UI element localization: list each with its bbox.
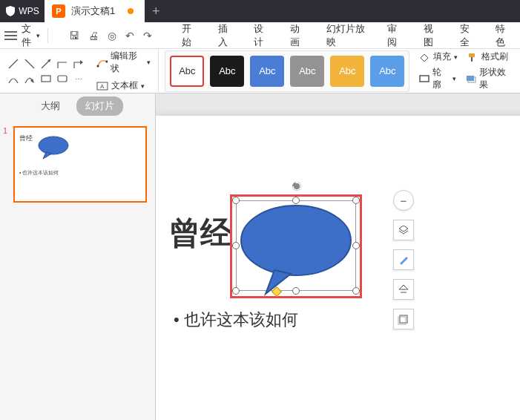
wps-label: WPS	[19, 6, 39, 16]
rotate-handle-icon[interactable]	[292, 181, 302, 191]
curve-shape-icon[interactable]	[7, 73, 19, 85]
textbox-tool[interactable]: A 文本框 ▾	[96, 79, 151, 92]
svg-line-1	[25, 59, 34, 68]
crop-button[interactable]	[393, 279, 414, 300]
style-swatch-blue[interactable]: Abc	[250, 56, 284, 87]
line2-shape-icon[interactable]	[24, 58, 36, 70]
resize-handle-tl[interactable]	[232, 197, 240, 204]
effect-icon	[465, 73, 476, 84]
menu-left: 文件 ▾ 🖫 🖨 ◎ ↶ ↷	[0, 22, 152, 49]
document-tab[interactable]: P 演示文稿1	[45, 0, 145, 22]
frame-icon	[398, 313, 409, 325]
thumb-callout-icon	[37, 135, 70, 160]
style-swatch-black[interactable]: Abc	[210, 56, 244, 87]
file-menu[interactable]: 文件 ▾	[22, 22, 40, 49]
resize-handle-mr[interactable]	[352, 242, 360, 249]
thumb-bullet: • 也许这本该如何	[19, 169, 59, 177]
curve-arrow-shape-icon[interactable]	[24, 73, 36, 85]
edit-shape-icon	[96, 57, 108, 68]
shape-gallery: ⋯	[4, 55, 88, 88]
callout-shape-icon[interactable]	[239, 203, 353, 296]
float-tools: −	[393, 190, 414, 329]
style-swatch-orange[interactable]: Abc	[330, 56, 364, 87]
divider	[47, 28, 48, 43]
resize-handle-ml[interactable]	[232, 242, 240, 249]
unsaved-indicator-icon	[128, 8, 134, 14]
resize-handle-tm[interactable]	[292, 197, 300, 204]
resize-handle-br[interactable]	[352, 287, 360, 295]
roundrect-shape-icon[interactable]	[56, 73, 68, 85]
sidepane: 大纲 幻灯片 1 曾经 • 也许这本该如何	[0, 93, 156, 420]
collapse-button[interactable]: −	[393, 190, 414, 211]
tab-slides[interactable]: 幻灯片	[76, 96, 123, 116]
pen-icon	[398, 254, 409, 266]
menu-start[interactable]: 开始	[174, 16, 206, 55]
outline-tool[interactable]: 轮廓▾	[418, 66, 455, 91]
menu-design[interactable]: 设计	[246, 16, 278, 55]
style-swatch-outline[interactable]: Abc	[170, 56, 204, 87]
tab-outline[interactable]: 大纲	[32, 96, 69, 116]
style-gallery: Abc Abc Abc Abc Abc Abc	[165, 50, 409, 92]
chevron-down-icon: ▾	[141, 82, 145, 90]
shape-effect-tool[interactable]: 形状效果	[465, 66, 513, 91]
slide-thumbnail[interactable]: 曾经 • 也许这本该如何	[13, 126, 147, 203]
save-icon[interactable]: 🖫	[69, 30, 79, 42]
menu-review[interactable]: 审阅	[380, 16, 412, 55]
thumb-wrap: 1 曾经 • 也许这本该如何	[0, 119, 155, 210]
svg-text:⋯: ⋯	[75, 75, 82, 83]
wps-logo[interactable]: WPS	[0, 0, 45, 22]
svg-point-19	[241, 206, 351, 275]
resize-handle-bm[interactable]	[292, 287, 300, 295]
svg-rect-14	[471, 57, 473, 62]
chevron-down-icon: ▾	[36, 32, 40, 39]
slide-bullet[interactable]: • 也许这本该如何	[174, 309, 298, 331]
preview-icon[interactable]: ◎	[108, 30, 116, 42]
hamburger-icon[interactable]	[4, 31, 17, 40]
menu-animation[interactable]: 动画	[283, 16, 315, 55]
slide-title[interactable]: 曾经	[169, 212, 231, 254]
arrow-shape-icon[interactable]	[40, 58, 52, 70]
menu-feature[interactable]: 特色	[488, 16, 520, 55]
canvas-area[interactable]: 曾经 • 也许这本该如何 −	[156, 93, 520, 420]
menu-insert[interactable]: 插入	[211, 16, 243, 55]
rect-shape-icon[interactable]	[40, 73, 52, 85]
frame-button[interactable]	[393, 309, 414, 329]
menu-slideshow[interactable]: 幻灯片放映	[319, 16, 376, 55]
elbow-shape-icon[interactable]	[56, 58, 68, 70]
quick-access: 🖫 🖨 ◎ ↶ ↷	[69, 30, 152, 42]
svg-rect-15	[420, 76, 429, 82]
layers-button[interactable]	[393, 220, 414, 240]
pen-button[interactable]	[393, 249, 414, 270]
svg-text:A: A	[100, 83, 105, 90]
swatch-label: Abc	[379, 65, 395, 76]
textbox-icon: A	[96, 81, 108, 91]
menubar: 文件 ▾ 🖫 🖨 ◎ ↶ ↷ 开始 插入 设计 动画 幻灯片放映 审阅 视图 安…	[0, 22, 520, 49]
elbow-arrow-shape-icon[interactable]	[73, 58, 85, 70]
add-tab-button[interactable]: +	[145, 0, 167, 22]
minus-icon: −	[401, 194, 407, 207]
swatch-label: Abc	[259, 65, 275, 76]
resize-handle-bl[interactable]	[232, 287, 240, 295]
svg-point-18	[39, 137, 68, 154]
resize-handle-tr[interactable]	[352, 197, 360, 204]
shape-effect-label: 形状效果	[479, 66, 513, 91]
style-swatch-gray[interactable]: Abc	[290, 56, 324, 87]
line-shape-icon[interactable]	[7, 58, 19, 70]
menu-security[interactable]: 安全	[452, 16, 484, 55]
menu-tabs: 开始 插入 设计 动画 幻灯片放映 审阅 视图 安全 特色	[174, 16, 520, 55]
menu-view[interactable]: 视图	[416, 16, 448, 55]
edit-shape-tool[interactable]: 编辑形状 ▾	[96, 50, 151, 75]
side-tabs: 大纲 幻灯片	[0, 93, 155, 119]
more-shapes-icon[interactable]: ⋯	[73, 73, 85, 85]
svg-marker-4	[80, 60, 83, 65]
edit-shape-label: 编辑形状	[111, 50, 144, 75]
shape-tools: 编辑形状 ▾ A 文本框 ▾	[93, 47, 159, 95]
print-icon[interactable]: 🖨	[88, 30, 99, 42]
chevron-down-icon: ▾	[147, 59, 151, 66]
slide[interactable]: 曾经 • 也许这本该如何	[156, 116, 520, 420]
undo-icon[interactable]: ↶	[125, 30, 134, 42]
redo-icon[interactable]: ↷	[143, 30, 152, 42]
style-swatch-lightblue[interactable]: Abc	[370, 56, 404, 87]
textbox-label: 文本框	[111, 79, 138, 92]
svg-rect-7	[58, 76, 67, 82]
